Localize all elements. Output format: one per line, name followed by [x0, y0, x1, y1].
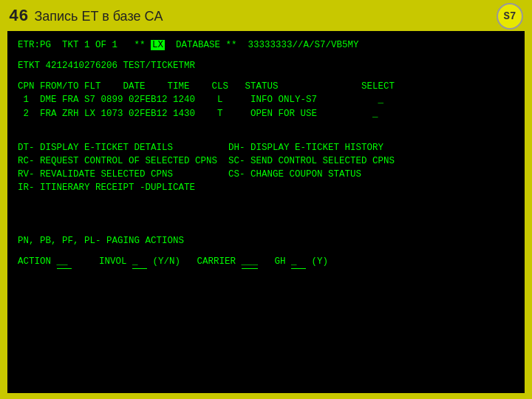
terminal-action-line: ACTION __ INVOL _ (Y/N) CARRIER ___ GH _… [18, 255, 514, 269]
gh-input[interactable]: _ [291, 255, 306, 269]
terminal-line-ir: IR- ITINERARY RECEIPT -DUPLICATE [18, 181, 514, 194]
page-title: Запись ET в базе CA [34, 9, 163, 24]
spacer-6 [18, 208, 514, 221]
spacer-8 [18, 248, 514, 255]
spacer-1 [18, 52, 514, 59]
terminal-line-1: ETR:PG TKT 1 OF 1 ** LX DATABASE ** 3333… [18, 38, 514, 52]
lx-highlight: LX [151, 40, 165, 50]
terminal-line-paging: PN, PB, PF, PL- PAGING ACTIONS [18, 234, 514, 248]
action-input[interactable]: __ [57, 255, 72, 269]
header-left: 46 Запись ET в базе CA [9, 7, 163, 26]
terminal-line-headers: CPN FROM/TO FLT DATE TIME CLS STATUS SEL… [18, 80, 514, 93]
spacer-5 [18, 194, 514, 208]
spacer-2 [18, 72, 514, 80]
terminal-row-2: 2 FRA ZRH LX 1073 02FEB12 1430 T OPEN FO… [18, 107, 514, 120]
terminal-line-dt: DT- DISPLAY E-TICKET DETAILS DH- DISPLAY… [18, 141, 514, 154]
s7-logo: S7 [497, 3, 523, 30]
terminal-line-rc: RC- REQUEST CONTROL OF SELECTED CPNS SC-… [18, 154, 514, 168]
spacer-4 [18, 134, 514, 141]
invol-input[interactable]: _ [132, 255, 147, 269]
terminal-line-etkt: ETKT 4212410276206 TEST/TICKETMR [18, 59, 514, 72]
terminal-line-rv: RV- REVALIDATE SELECTED CPNS CS- CHANGE … [18, 168, 514, 181]
terminal-row-1: 1 DME FRA S7 0899 02FEB12 1240 L INFO ON… [18, 93, 514, 106]
page-number: 46 [9, 7, 28, 26]
spacer-7 [18, 221, 514, 234]
header: 46 Запись ET в базе CA S7 [0, 0, 532, 31]
carrier-input[interactable]: ___ [242, 255, 259, 269]
terminal-screen: ETR:PG TKT 1 OF 1 ** LX DATABASE ** 3333… [7, 31, 525, 393]
spacer-3 [18, 120, 514, 134]
